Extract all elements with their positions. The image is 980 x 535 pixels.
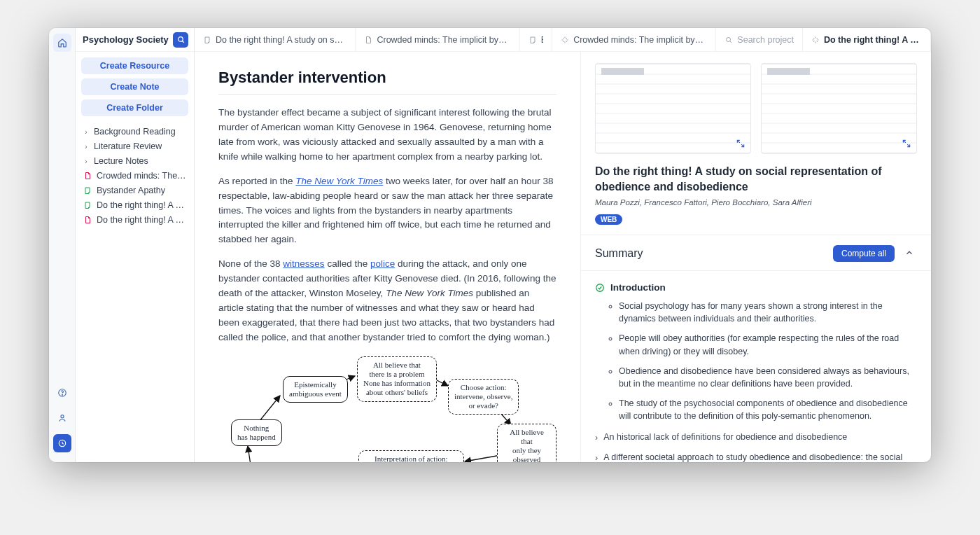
search-icon[interactable]: [173, 32, 188, 48]
web-badge: WEB: [595, 214, 622, 225]
sidebar-item-label: Do the right thing! A …: [97, 215, 184, 225]
document-pane[interactable]: Bystander intervention The bystander eff…: [195, 52, 581, 462]
tab-label: B: [541, 35, 544, 45]
create-note-button[interactable]: Create Note: [81, 78, 188, 95]
spark-icon: [561, 36, 569, 44]
tab-label: Do the right thing! A study on: [824, 35, 922, 45]
document-link[interactable]: The New York Times: [295, 176, 383, 186]
expand-icon[interactable]: [735, 138, 746, 149]
expand-icon[interactable]: [901, 138, 912, 149]
flow-diagram: Nothinghas happend Epistemicallyambiguou…: [218, 355, 556, 462]
sidebar-item[interactable]: Do the right thing! A …: [80, 213, 190, 227]
compute-all-button[interactable]: Compute all: [833, 245, 895, 262]
sidebar-item-label: Literature Review: [94, 141, 162, 151]
search-icon: [724, 36, 733, 44]
svg-line-15: [248, 446, 256, 462]
tab[interactable]: B: [520, 28, 553, 51]
document-title: Bystander intervention: [218, 69, 556, 87]
document-link[interactable]: police: [370, 258, 395, 269]
sidebar-item-label: Lecture Notes: [94, 156, 148, 166]
home-icon[interactable]: [53, 34, 71, 52]
project-title: Psychology Society: [83, 34, 169, 45]
spark-icon: [811, 36, 820, 44]
sidebar-nav: ›Background Reading›Literature Review›Le…: [76, 122, 194, 230]
create-resource-button[interactable]: Create Resource: [81, 57, 188, 74]
chevron-right-icon: ›: [83, 128, 90, 136]
tab[interactable]: Crowded minds: The implicit bystander e…: [552, 28, 716, 51]
summary-bullet: Social psychology has for many years sho…: [619, 300, 917, 325]
left-rail: [49, 28, 76, 462]
tab-label: Do the right thing! A study on social re…: [216, 35, 346, 45]
document-paragraph: As reported in the The New York Times tw…: [218, 174, 556, 248]
create-folder-button[interactable]: Create Folder: [81, 99, 188, 116]
summary-bullets: Social psychology has for many years sho…: [595, 300, 917, 422]
clock-icon[interactable]: [53, 434, 71, 452]
chevron-right-icon: ›: [83, 143, 90, 151]
tab[interactable]: Do the right thing! A study on social re…: [195, 28, 356, 51]
svg-point-2: [60, 415, 63, 418]
tab-label: Crowded minds: The implicit bystander e…: [377, 35, 510, 45]
note-icon: [528, 36, 537, 44]
document-link[interactable]: witnesses: [283, 258, 324, 269]
sidebar-item[interactable]: ›Background Reading: [80, 125, 190, 139]
page-thumbnail[interactable]: [595, 63, 751, 154]
resource-pane[interactable]: Do the right thing! A study on social re…: [581, 52, 931, 462]
svg-point-16: [596, 284, 604, 291]
flow-node: Epistemicallyambiguous event: [283, 376, 348, 403]
tab[interactable]: Do the right thing! A study on: [803, 28, 931, 51]
tab[interactable]: Crowded minds: The implicit bystander e…: [356, 28, 519, 51]
app-window: Psychology Society Create Resource Creat…: [49, 28, 931, 462]
sidebar-item-label: Bystander Apathy: [97, 186, 165, 195]
sidebar-item[interactable]: Do the right thing! A …: [80, 198, 190, 212]
chevron-right-icon: ›: [595, 452, 598, 462]
sidebar: Psychology Society Create Resource Creat…: [76, 28, 195, 462]
svg-point-1: [62, 394, 62, 395]
section-heading: Introduction: [610, 282, 666, 293]
check-icon: [595, 283, 605, 293]
tab-bar: Do the right thing! A study on social re…: [195, 28, 931, 52]
note-icon: [83, 200, 92, 210]
section-heading: An historical lack of definitions for ob…: [603, 432, 847, 442]
flow-node: All believe thatonly they observedOthers…: [497, 424, 556, 462]
resource-title: Do the right thing! A study on social re…: [595, 164, 917, 194]
summary-bullet: The study of the psychosocial components…: [619, 397, 917, 422]
pdf-icon: [83, 215, 92, 225]
svg-point-5: [727, 37, 731, 41]
sidebar-item[interactable]: Crowded minds: The…: [80, 169, 190, 183]
divider: [218, 94, 556, 95]
summary-heading: Summary: [595, 247, 826, 260]
tab-label: Crowded minds: The implicit bystander e…: [573, 35, 707, 45]
user-icon[interactable]: [53, 409, 71, 427]
pdf-icon: [83, 171, 92, 181]
sidebar-item[interactable]: ›Literature Review: [80, 139, 190, 153]
chevron-up-icon[interactable]: [902, 248, 917, 260]
document-paragraph: The bystander effect became a subject of…: [218, 106, 556, 165]
sidebar-item[interactable]: Bystander Apathy: [80, 183, 190, 197]
tab-label: Search project: [737, 35, 794, 45]
flow-node: Nothinghas happend: [231, 419, 282, 446]
summary-bullet: People will obey authorities (for exampl…: [619, 332, 917, 357]
flow-node: Choose action:intervene, observe,or evad…: [448, 379, 519, 415]
note-icon: [83, 186, 92, 195]
search-project-tab[interactable]: Search project: [716, 28, 803, 51]
doc-icon: [364, 36, 372, 44]
page-thumbnail[interactable]: [761, 63, 917, 154]
flow-node: Interpretation of action:what beliefs co…: [358, 450, 464, 462]
sidebar-item[interactable]: ›Lecture Notes: [80, 154, 190, 168]
document-paragraph: None of the 38 witnesses called the poli…: [218, 257, 556, 345]
note-icon: [203, 36, 211, 44]
summary-section-collapsed[interactable]: ›A different societal approach to study …: [595, 452, 917, 462]
divider: [581, 235, 931, 235]
sidebar-item-label: Crowded minds: The…: [97, 171, 186, 181]
divider: [581, 270, 931, 271]
help-icon[interactable]: [53, 384, 71, 402]
chevron-right-icon: ›: [595, 432, 598, 443]
chevron-right-icon: ›: [83, 158, 90, 165]
sidebar-item-label: Do the right thing! A …: [97, 200, 184, 210]
summary-section-collapsed[interactable]: ›An historical lack of definitions for o…: [595, 432, 917, 443]
flow-node: All believe thatthere is a problemNone h…: [357, 356, 437, 402]
section-heading: A different societal approach to study o…: [603, 452, 917, 462]
main: Do the right thing! A study on social re…: [195, 28, 931, 462]
summary-bullet: Obedience and disobedience have been con…: [619, 365, 917, 390]
sidebar-item-label: Background Reading: [94, 127, 176, 137]
